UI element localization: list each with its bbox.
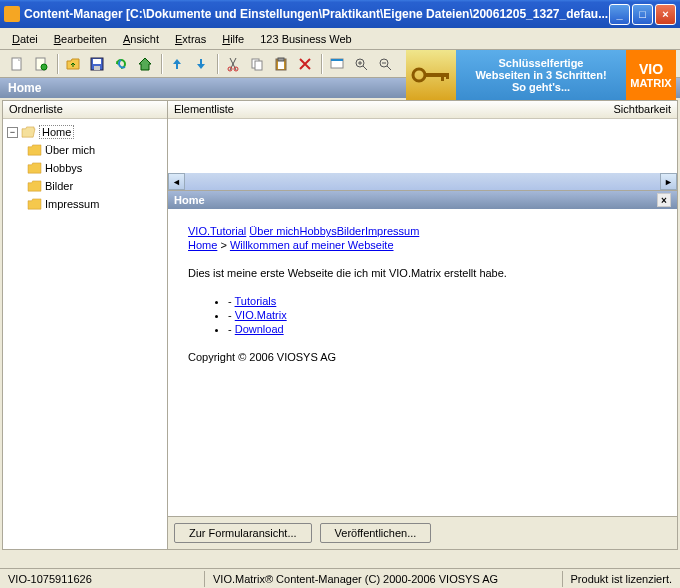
nav-hobbys[interactable]: Hobbys xyxy=(299,225,336,237)
tree-root-home[interactable]: − Home xyxy=(7,123,163,141)
new-page-icon[interactable] xyxy=(6,53,28,75)
intro-text: Dies ist meine erste Webseite die ich mi… xyxy=(188,267,657,279)
scroll-track[interactable] xyxy=(185,173,660,190)
menu-bearbeiten[interactable]: Bearbeiten xyxy=(48,31,113,47)
svg-rect-12 xyxy=(278,58,284,61)
scroll-left-icon[interactable]: ◄ xyxy=(168,173,185,190)
form-view-button[interactable]: Zur Formularansicht... xyxy=(174,523,312,543)
menu-datei[interactable]: Datei xyxy=(6,31,44,47)
folder-icon xyxy=(27,144,42,157)
menu-123-business-web[interactable]: 123 Business Web xyxy=(254,31,358,47)
folder-icon xyxy=(27,162,42,175)
folder-icon xyxy=(27,180,42,193)
menu-hilfe[interactable]: Hilfe xyxy=(216,31,250,47)
publish-button[interactable]: Veröffentlichen... xyxy=(320,523,432,543)
list-item: - Download xyxy=(228,323,657,335)
sidebar-header[interactable]: Ordnerliste xyxy=(3,101,167,119)
nav-impressum[interactable]: Impressum xyxy=(365,225,419,237)
link-download[interactable]: Download xyxy=(235,323,284,335)
svg-point-2 xyxy=(41,64,47,70)
nav-bilder[interactable]: Bilder xyxy=(337,225,365,237)
collapse-icon[interactable]: − xyxy=(7,127,18,138)
link-vio-matrix[interactable]: VIO.Matrix xyxy=(235,309,287,321)
preview-icon[interactable] xyxy=(326,53,348,75)
arrow-up-icon[interactable] xyxy=(166,53,188,75)
element-list: ◄ ► xyxy=(168,119,677,191)
svg-rect-11 xyxy=(278,61,284,69)
maximize-button[interactable]: □ xyxy=(632,4,653,25)
elementliste-header[interactable]: Elementliste xyxy=(168,101,602,119)
folder-tree: − Home Über mich Hobbys Bilder Impressum xyxy=(3,119,167,549)
tree-item-ueber-mich[interactable]: Über mich xyxy=(27,141,163,159)
app-icon xyxy=(4,6,20,22)
horizontal-scrollbar[interactable]: ◄ ► xyxy=(168,173,677,190)
status-id: VIO-1075911626 xyxy=(0,571,205,587)
list-item: - VIO.Matrix xyxy=(228,309,657,321)
sidebar: Ordnerliste − Home Über mich Hobbys Bild… xyxy=(3,101,168,549)
nav-ueber-mich[interactable]: Über mich xyxy=(249,225,299,237)
sichtbarkeit-header[interactable]: Sichtbarkeit xyxy=(602,101,677,119)
svg-rect-20 xyxy=(446,73,449,79)
svg-rect-18 xyxy=(424,73,448,77)
folder-open-icon xyxy=(21,126,36,139)
minimize-button[interactable]: _ xyxy=(609,4,630,25)
refresh-icon[interactable] xyxy=(110,53,132,75)
svg-rect-5 xyxy=(94,66,100,70)
scroll-right-icon[interactable]: ► xyxy=(660,173,677,190)
key-icon xyxy=(406,50,456,100)
page-preview: VIO.Tutorial Über michHobbysBilderImpres… xyxy=(168,209,677,516)
window-title: Content-Manager [C:\Dokumente und Einste… xyxy=(24,7,609,21)
content-area: Elementliste Sichtbarkeit ◄ ► Home × VIO… xyxy=(168,101,677,549)
nav-vio-tutorial[interactable]: VIO.Tutorial xyxy=(188,225,246,237)
copyright-text: Copyright © 2006 VIOSYS AG xyxy=(188,351,657,363)
titlebar: Content-Manager [C:\Dokumente und Einste… xyxy=(0,0,680,28)
folder-icon xyxy=(27,198,42,211)
home-icon[interactable] xyxy=(134,53,156,75)
svg-rect-14 xyxy=(331,59,343,61)
paste-icon[interactable] xyxy=(270,53,292,75)
svg-rect-9 xyxy=(255,61,262,70)
panel-close-button[interactable]: × xyxy=(657,193,671,207)
folder-up-icon[interactable] xyxy=(62,53,84,75)
new-file-icon[interactable] xyxy=(30,53,52,75)
list-item: - Tutorials xyxy=(228,295,657,307)
button-row: Zur Formularansicht... Veröffentlichen..… xyxy=(168,516,677,549)
svg-point-17 xyxy=(413,69,425,81)
save-icon[interactable] xyxy=(86,53,108,75)
status-license: Produkt ist lizenziert. xyxy=(563,571,680,587)
zoom-in-icon[interactable] xyxy=(350,53,372,75)
status-copyright: VIO.Matrix® Content-Manager (C) 2000-200… xyxy=(205,571,563,587)
svg-rect-19 xyxy=(441,73,444,81)
breadcrumb-current[interactable]: Willkommen auf meiner Webseite xyxy=(230,239,394,251)
link-tutorials[interactable]: Tutorials xyxy=(235,295,277,307)
menu-ansicht[interactable]: Ansicht xyxy=(117,31,165,47)
svg-rect-4 xyxy=(93,59,101,64)
tree-item-hobbys[interactable]: Hobbys xyxy=(27,159,163,177)
vio-logo: VIO MATRIX xyxy=(626,50,676,100)
tree-item-bilder[interactable]: Bilder xyxy=(27,177,163,195)
menu-extras[interactable]: Extras xyxy=(169,31,212,47)
menubar: Datei Bearbeiten Ansicht Extras Hilfe 12… xyxy=(0,28,680,50)
copy-icon[interactable] xyxy=(246,53,268,75)
breadcrumb-home[interactable]: Home xyxy=(188,239,217,251)
zoom-out-icon[interactable] xyxy=(374,53,396,75)
banner[interactable]: Schlüsselfertige Webseiten in 3 Schritte… xyxy=(406,50,676,100)
arrow-down-icon[interactable] xyxy=(190,53,212,75)
cut-icon[interactable] xyxy=(222,53,244,75)
close-button[interactable]: × xyxy=(655,4,676,25)
banner-text: Schlüsselfertige Webseiten in 3 Schritte… xyxy=(456,50,626,100)
preview-panel-header: Home × xyxy=(168,191,677,209)
link-list: - Tutorials - VIO.Matrix - Download xyxy=(188,295,657,335)
tree-item-impressum[interactable]: Impressum xyxy=(27,195,163,213)
delete-icon[interactable] xyxy=(294,53,316,75)
statusbar: VIO-1075911626 VIO.Matrix® Content-Manag… xyxy=(0,568,680,588)
